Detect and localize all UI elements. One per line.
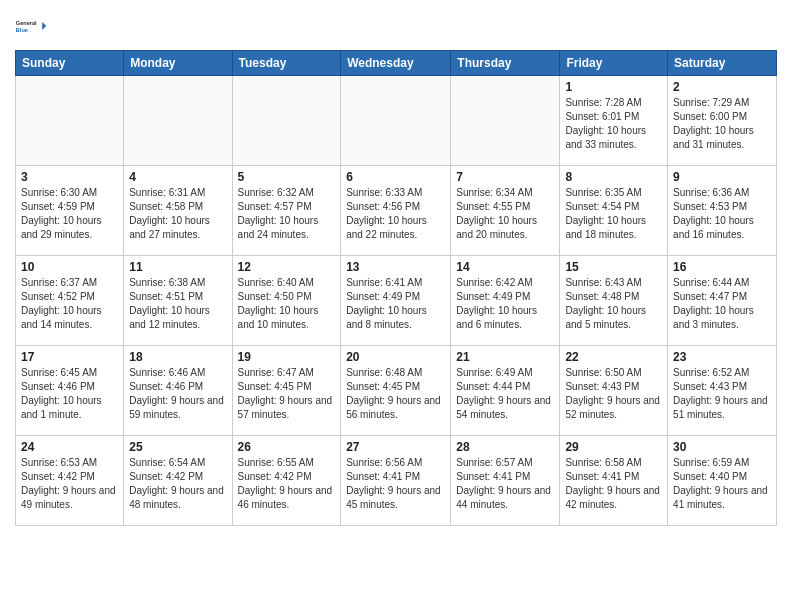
day-number: 16 [673, 260, 771, 274]
day-number: 1 [565, 80, 662, 94]
day-number: 28 [456, 440, 554, 454]
day-number: 30 [673, 440, 771, 454]
day-detail: Sunrise: 6:47 AM Sunset: 4:45 PM Dayligh… [238, 366, 336, 422]
calendar-cell: 21Sunrise: 6:49 AM Sunset: 4:44 PM Dayli… [451, 346, 560, 436]
day-detail: Sunrise: 6:33 AM Sunset: 4:56 PM Dayligh… [346, 186, 445, 242]
day-detail: Sunrise: 6:36 AM Sunset: 4:53 PM Dayligh… [673, 186, 771, 242]
day-detail: Sunrise: 6:54 AM Sunset: 4:42 PM Dayligh… [129, 456, 226, 512]
day-detail: Sunrise: 6:53 AM Sunset: 4:42 PM Dayligh… [21, 456, 118, 512]
calendar-cell: 14Sunrise: 6:42 AM Sunset: 4:49 PM Dayli… [451, 256, 560, 346]
calendar-cell: 13Sunrise: 6:41 AM Sunset: 4:49 PM Dayli… [341, 256, 451, 346]
day-detail: Sunrise: 6:30 AM Sunset: 4:59 PM Dayligh… [21, 186, 118, 242]
calendar-cell: 29Sunrise: 6:58 AM Sunset: 4:41 PM Dayli… [560, 436, 668, 526]
col-header-saturday: Saturday [668, 51, 777, 76]
calendar-cell: 24Sunrise: 6:53 AM Sunset: 4:42 PM Dayli… [16, 436, 124, 526]
calendar-cell: 15Sunrise: 6:43 AM Sunset: 4:48 PM Dayli… [560, 256, 668, 346]
day-detail: Sunrise: 7:29 AM Sunset: 6:00 PM Dayligh… [673, 96, 771, 152]
week-row-4: 17Sunrise: 6:45 AM Sunset: 4:46 PM Dayli… [16, 346, 777, 436]
calendar-cell [124, 76, 232, 166]
calendar-cell: 25Sunrise: 6:54 AM Sunset: 4:42 PM Dayli… [124, 436, 232, 526]
day-detail: Sunrise: 6:59 AM Sunset: 4:40 PM Dayligh… [673, 456, 771, 512]
calendar-cell: 2Sunrise: 7:29 AM Sunset: 6:00 PM Daylig… [668, 76, 777, 166]
day-number: 26 [238, 440, 336, 454]
day-detail: Sunrise: 6:38 AM Sunset: 4:51 PM Dayligh… [129, 276, 226, 332]
logo: GeneralBlue [15, 10, 47, 42]
day-detail: Sunrise: 6:37 AM Sunset: 4:52 PM Dayligh… [21, 276, 118, 332]
day-detail: Sunrise: 6:52 AM Sunset: 4:43 PM Dayligh… [673, 366, 771, 422]
day-number: 4 [129, 170, 226, 184]
calendar-cell [16, 76, 124, 166]
day-number: 23 [673, 350, 771, 364]
calendar-cell: 17Sunrise: 6:45 AM Sunset: 4:46 PM Dayli… [16, 346, 124, 436]
page-header: GeneralBlue [15, 10, 777, 42]
day-detail: Sunrise: 6:58 AM Sunset: 4:41 PM Dayligh… [565, 456, 662, 512]
calendar-header-row: SundayMondayTuesdayWednesdayThursdayFrid… [16, 51, 777, 76]
day-detail: Sunrise: 6:45 AM Sunset: 4:46 PM Dayligh… [21, 366, 118, 422]
week-row-2: 3Sunrise: 6:30 AM Sunset: 4:59 PM Daylig… [16, 166, 777, 256]
calendar-cell: 22Sunrise: 6:50 AM Sunset: 4:43 PM Dayli… [560, 346, 668, 436]
calendar-cell: 20Sunrise: 6:48 AM Sunset: 4:45 PM Dayli… [341, 346, 451, 436]
day-number: 19 [238, 350, 336, 364]
day-detail: Sunrise: 6:32 AM Sunset: 4:57 PM Dayligh… [238, 186, 336, 242]
col-header-friday: Friday [560, 51, 668, 76]
day-number: 25 [129, 440, 226, 454]
day-number: 14 [456, 260, 554, 274]
day-number: 3 [21, 170, 118, 184]
day-detail: Sunrise: 6:43 AM Sunset: 4:48 PM Dayligh… [565, 276, 662, 332]
day-number: 6 [346, 170, 445, 184]
day-number: 5 [238, 170, 336, 184]
logo-icon: GeneralBlue [15, 10, 47, 42]
calendar-cell: 9Sunrise: 6:36 AM Sunset: 4:53 PM Daylig… [668, 166, 777, 256]
day-detail: Sunrise: 6:31 AM Sunset: 4:58 PM Dayligh… [129, 186, 226, 242]
col-header-sunday: Sunday [16, 51, 124, 76]
calendar-cell [232, 76, 341, 166]
day-detail: Sunrise: 6:57 AM Sunset: 4:41 PM Dayligh… [456, 456, 554, 512]
calendar-cell: 7Sunrise: 6:34 AM Sunset: 4:55 PM Daylig… [451, 166, 560, 256]
day-detail: Sunrise: 6:44 AM Sunset: 4:47 PM Dayligh… [673, 276, 771, 332]
calendar-cell: 19Sunrise: 6:47 AM Sunset: 4:45 PM Dayli… [232, 346, 341, 436]
day-detail: Sunrise: 6:42 AM Sunset: 4:49 PM Dayligh… [456, 276, 554, 332]
day-detail: Sunrise: 6:41 AM Sunset: 4:49 PM Dayligh… [346, 276, 445, 332]
calendar-cell: 27Sunrise: 6:56 AM Sunset: 4:41 PM Dayli… [341, 436, 451, 526]
day-number: 10 [21, 260, 118, 274]
calendar-table: SundayMondayTuesdayWednesdayThursdayFrid… [15, 50, 777, 526]
calendar-cell: 30Sunrise: 6:59 AM Sunset: 4:40 PM Dayli… [668, 436, 777, 526]
week-row-1: 1Sunrise: 7:28 AM Sunset: 6:01 PM Daylig… [16, 76, 777, 166]
col-header-wednesday: Wednesday [341, 51, 451, 76]
day-number: 24 [21, 440, 118, 454]
day-number: 12 [238, 260, 336, 274]
col-header-monday: Monday [124, 51, 232, 76]
calendar-cell: 5Sunrise: 6:32 AM Sunset: 4:57 PM Daylig… [232, 166, 341, 256]
day-number: 11 [129, 260, 226, 274]
calendar-cell: 11Sunrise: 6:38 AM Sunset: 4:51 PM Dayli… [124, 256, 232, 346]
calendar-cell: 1Sunrise: 7:28 AM Sunset: 6:01 PM Daylig… [560, 76, 668, 166]
day-detail: Sunrise: 7:28 AM Sunset: 6:01 PM Dayligh… [565, 96, 662, 152]
day-detail: Sunrise: 6:34 AM Sunset: 4:55 PM Dayligh… [456, 186, 554, 242]
week-row-3: 10Sunrise: 6:37 AM Sunset: 4:52 PM Dayli… [16, 256, 777, 346]
calendar-cell [451, 76, 560, 166]
day-detail: Sunrise: 6:46 AM Sunset: 4:46 PM Dayligh… [129, 366, 226, 422]
day-detail: Sunrise: 6:48 AM Sunset: 4:45 PM Dayligh… [346, 366, 445, 422]
calendar-cell: 18Sunrise: 6:46 AM Sunset: 4:46 PM Dayli… [124, 346, 232, 436]
day-number: 22 [565, 350, 662, 364]
day-detail: Sunrise: 6:40 AM Sunset: 4:50 PM Dayligh… [238, 276, 336, 332]
col-header-tuesday: Tuesday [232, 51, 341, 76]
svg-marker-2 [42, 22, 46, 30]
day-detail: Sunrise: 6:50 AM Sunset: 4:43 PM Dayligh… [565, 366, 662, 422]
calendar-cell: 23Sunrise: 6:52 AM Sunset: 4:43 PM Dayli… [668, 346, 777, 436]
day-number: 8 [565, 170, 662, 184]
day-number: 2 [673, 80, 771, 94]
week-row-5: 24Sunrise: 6:53 AM Sunset: 4:42 PM Dayli… [16, 436, 777, 526]
calendar-cell: 10Sunrise: 6:37 AM Sunset: 4:52 PM Dayli… [16, 256, 124, 346]
day-number: 7 [456, 170, 554, 184]
day-number: 27 [346, 440, 445, 454]
day-detail: Sunrise: 6:55 AM Sunset: 4:42 PM Dayligh… [238, 456, 336, 512]
calendar-cell: 16Sunrise: 6:44 AM Sunset: 4:47 PM Dayli… [668, 256, 777, 346]
day-number: 21 [456, 350, 554, 364]
calendar-cell: 28Sunrise: 6:57 AM Sunset: 4:41 PM Dayli… [451, 436, 560, 526]
calendar-cell: 6Sunrise: 6:33 AM Sunset: 4:56 PM Daylig… [341, 166, 451, 256]
svg-text:Blue: Blue [16, 27, 28, 33]
svg-text:General: General [16, 20, 37, 26]
day-detail: Sunrise: 6:35 AM Sunset: 4:54 PM Dayligh… [565, 186, 662, 242]
day-number: 9 [673, 170, 771, 184]
